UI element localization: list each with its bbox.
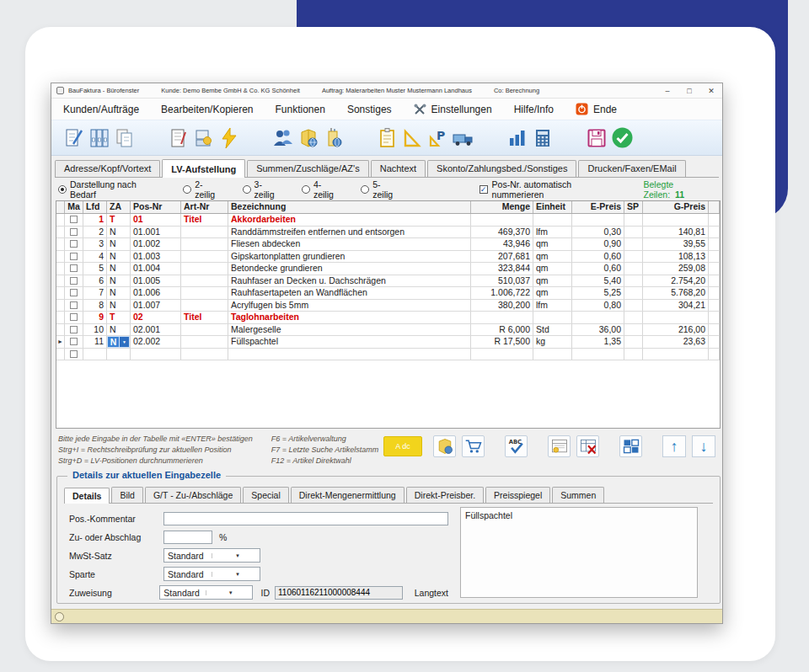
new-document-icon[interactable]	[62, 125, 87, 151]
combo-arrow-icon: ▼	[212, 572, 260, 577]
users-icon[interactable]	[271, 125, 296, 151]
row-checkbox[interactable]	[70, 338, 78, 345]
row-checkbox[interactable]	[70, 313, 78, 321]
clipboard-icon[interactable]	[375, 125, 400, 151]
package-icon[interactable]	[296, 125, 321, 151]
checkbox-icon: ✓	[480, 185, 488, 194]
menu-hilfe-info[interactable]: Hilfe/Info	[514, 104, 554, 115]
close-button[interactable]: ✕	[700, 83, 722, 98]
id-label: ID	[261, 588, 271, 598]
row-checkbox[interactable]	[70, 253, 78, 260]
status-icon[interactable]	[55, 612, 64, 621]
dropdown-arrow-icon[interactable]: ▼	[120, 337, 129, 347]
mwst-satz-label: MwSt-Satz	[69, 551, 163, 561]
notepad-icon[interactable]	[166, 125, 191, 151]
lightning-icon[interactable]	[217, 125, 242, 151]
sparte-select[interactable]: Standard▼	[163, 567, 260, 581]
table-row[interactable]: 4N01.003Gipskartonplatten grundieren207,…	[56, 251, 720, 264]
belegte-zeilen-count: 11	[675, 189, 684, 200]
dtab-bild[interactable]: Bild	[111, 487, 143, 503]
table-row[interactable]: 3N01.002Fliesen abdecken43,946qm0,9039,5…	[56, 238, 720, 251]
table-row[interactable]: 1T01TitelAkkordarbeiten	[56, 214, 720, 227]
hint-f6: F6 = Artikelverwaltung	[271, 434, 378, 445]
table-row[interactable]: 7N01.006Rauhfasertapeten an Wandflächen1…	[56, 287, 720, 300]
move-up-button[interactable]: ↑	[662, 435, 686, 457]
table-row[interactable]: 5N01.004Betondecke grundieren323,844qm0,…	[56, 263, 720, 275]
dtab-direkt-mengenermittlung[interactable]: Direkt-Mengenermittlung	[291, 487, 404, 503]
radio-4zeilig[interactable]: 4-zeilig	[302, 179, 340, 200]
menu-ende[interactable]: Ende	[576, 103, 617, 115]
delete-table-button[interactable]	[576, 435, 599, 457]
radio-2zeilig[interactable]: 2-zeilig	[183, 179, 222, 200]
row-checkbox[interactable]	[70, 289, 78, 296]
table-row-empty[interactable]	[56, 349, 720, 361]
dtab-gt-zu-abschlaege[interactable]: G/T - Zu-/Abschläge	[145, 487, 241, 503]
save-icon[interactable]	[584, 125, 609, 151]
dtab-summen[interactable]: Summen	[552, 487, 604, 503]
langtext-textarea[interactable]: Füllspachtel	[460, 507, 698, 598]
menu-einstellungen[interactable]: Einstellungen	[414, 104, 492, 115]
dtab-details[interactable]: Details	[64, 488, 110, 504]
table-row[interactable]: 2N01.001Randdämmstreifen entfernen und e…	[56, 227, 720, 239]
details-panel: Details zur aktuellen Eingabezelle Detai…	[56, 476, 721, 604]
set-square-icon[interactable]	[400, 125, 426, 151]
row-checkbox[interactable]	[70, 277, 78, 285]
za-dropdown-cell[interactable]: N▼	[107, 336, 131, 348]
details-form: Pos.-Kommentar Zu- oder Abschlag % MwSt-…	[69, 510, 448, 603]
radio-3zeilig[interactable]: 3-zeilig	[243, 179, 281, 200]
cash-register-icon[interactable]	[191, 125, 217, 151]
tab-lv-aufstellung[interactable]: LV-Aufstellung	[162, 159, 245, 178]
window-controls: – □ ✕	[656, 83, 722, 98]
table-row[interactable]: 10N02.001MalergeselleR 6,000Std36,00216,…	[56, 324, 720, 337]
radio-darstellung-nach-bedarf[interactable]: Darstellung nach Bedarf	[58, 179, 163, 200]
row-checkbox[interactable]	[70, 216, 78, 223]
tab-drucken-faxen-email[interactable]: Drucken/Faxen/EMail	[578, 160, 685, 177]
table-row[interactable]: 6N01.005Rauhfaser an Decken u. Dachschrä…	[56, 275, 720, 288]
dtab-direkt-preisber[interactable]: Direkt-Preisber.	[406, 487, 484, 503]
table-row[interactable]: 8N01.007Acrylfugen bis 5mm380,200lfm0,80…	[56, 300, 720, 312]
tools-cup-icon[interactable]	[321, 125, 346, 151]
row-checkbox[interactable]	[70, 228, 78, 236]
layout-grid-button[interactable]	[619, 435, 642, 457]
move-down-button[interactable]: ↓	[692, 435, 715, 457]
bar-chart-icon[interactable]	[505, 125, 530, 151]
spellcheck-button[interactable]: ABC	[505, 435, 528, 457]
tab-summen-zuschlaege[interactable]: Summen/Zuschläge/AZ's	[247, 160, 369, 177]
calculator-icon[interactable]	[530, 125, 555, 151]
mwst-satz-select[interactable]: Standard▼	[163, 548, 260, 563]
menu-funktionen[interactable]: Funktionen	[276, 104, 325, 115]
row-checkbox[interactable]	[70, 326, 78, 333]
tab-nachtext[interactable]: Nachtext	[371, 160, 426, 177]
row-checkbox[interactable]	[70, 240, 78, 248]
price-list-button[interactable]	[548, 435, 571, 457]
menu-sonstiges[interactable]: Sonstiges	[347, 104, 392, 115]
tab-adresse-kopf-vortext[interactable]: Adresse/Kopf/Vortext	[55, 160, 160, 177]
copy-documents-icon[interactable]	[112, 125, 137, 151]
highlight-button[interactable]: A dc	[383, 436, 422, 456]
menu-bearbeiten-kopieren[interactable]: Bearbeiten/Kopieren	[161, 104, 253, 115]
radio-icon	[361, 185, 369, 194]
dtab-preisspiegel[interactable]: Preisspiegel	[485, 487, 550, 503]
truck-icon[interactable]	[451, 125, 476, 151]
article-package-button[interactable]	[433, 435, 456, 457]
menu-kunden-auftraege[interactable]: Kunden/Aufträge	[63, 104, 139, 115]
tab-skonto-zahlungsbed[interactable]: Skonto/Zahlungsbed./Sonstiges	[427, 160, 576, 177]
confirm-icon[interactable]	[609, 125, 635, 151]
pos-kommentar-input[interactable]	[163, 512, 448, 525]
shopping-cart-button[interactable]	[462, 435, 485, 457]
dtab-special[interactable]: Special	[243, 487, 288, 503]
id-input[interactable]	[275, 586, 403, 600]
checkbox-pos-nr-auto[interactable]: ✓Pos-Nr. automatisch nummerieren	[480, 179, 624, 200]
table-row[interactable]: 9T02TitelTaglohnarbeiten	[56, 312, 720, 324]
binders-icon[interactable]	[87, 125, 112, 151]
radio-5zeilig[interactable]: 5-zeilig	[361, 179, 399, 200]
maximize-button[interactable]: □	[678, 83, 700, 98]
row-checkbox[interactable]	[70, 301, 78, 309]
zuschlag-input[interactable]	[163, 531, 212, 544]
row-checkbox[interactable]	[70, 264, 78, 272]
minimize-button[interactable]: –	[656, 83, 678, 98]
table-row-selected[interactable]: ► 11 N▼ 02.002FüllspachtelR 17,500kg1,35…	[56, 336, 720, 349]
row-checkbox[interactable]	[70, 350, 78, 358]
zuweisung-select[interactable]: Standard▼	[159, 585, 252, 600]
planning-icon[interactable]: P	[426, 125, 451, 151]
